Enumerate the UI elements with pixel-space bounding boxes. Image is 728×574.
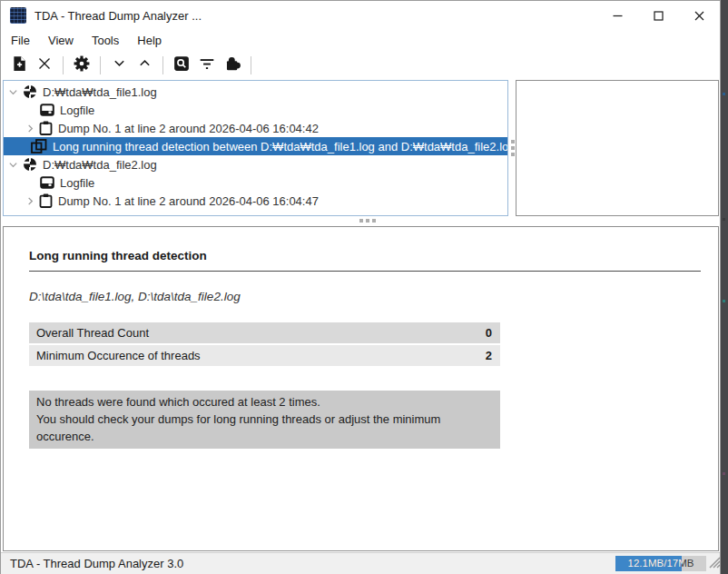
result-heading: Long running thread detection bbox=[29, 249, 718, 262]
toolbar-separator bbox=[100, 56, 101, 74]
stat-label: Minimum Occurence of threads bbox=[29, 349, 201, 362]
title-bar: TDA - Thread Dump Analyzer ... bbox=[1, 1, 720, 30]
dump-icon bbox=[39, 193, 53, 208]
tree-item-dump-1[interactable]: Dump No. 1 at line 2 around 2026-04-06 1… bbox=[4, 119, 507, 137]
tree-item-logfile-2[interactable]: Logfile bbox=[4, 173, 507, 192]
tree-item-label: D:₩tda₩tda_file2.log bbox=[43, 158, 157, 172]
dump-icon bbox=[39, 121, 53, 135]
toolbar bbox=[1, 51, 720, 79]
tda-window: TDA - Thread Dump Analyzer ... File View… bbox=[0, 0, 721, 574]
tree-expander-down-icon[interactable] bbox=[6, 87, 19, 97]
tree-item-file1-root[interactable]: D:₩tda₩tda_file1.log bbox=[4, 83, 507, 101]
memory-indicator[interactable]: 12.1MB/17MB 12.1MB/17MB bbox=[615, 556, 706, 571]
background-window-strip bbox=[721, 0, 728, 574]
custom-categories-button[interactable] bbox=[221, 54, 243, 76]
message-line-1: No threads were found which occured at l… bbox=[36, 393, 500, 411]
status-bar: TDA - Thread Dump Analyzer 3.0 12.1MB/17… bbox=[1, 552, 720, 574]
stat-value: 2 bbox=[486, 349, 500, 362]
tree-item-logfile-1[interactable]: Logfile bbox=[4, 101, 507, 119]
tree-item-dump-2[interactable]: Dump No. 1 at line 2 around 2026-04-06 1… bbox=[4, 192, 507, 210]
table-row: Overall Thread Count 0 bbox=[29, 322, 500, 343]
new-file-icon bbox=[11, 55, 27, 75]
memory-label-overlay: 12.1MB/17MB bbox=[615, 556, 682, 571]
tree-item-label: Dump No. 1 at line 2 around 2026-04-06 1… bbox=[58, 194, 319, 208]
no-threads-message: No threads were found which occured at l… bbox=[29, 391, 500, 449]
tree-item-file2-root[interactable]: D:₩tda₩tda_file2.log bbox=[4, 155, 507, 173]
logfile-icon bbox=[40, 175, 54, 190]
tree-item-label: Logfile bbox=[60, 176, 94, 190]
stat-value: 0 bbox=[486, 326, 500, 340]
dump-root-icon bbox=[23, 84, 37, 99]
tree-item-label: Logfile bbox=[60, 104, 94, 117]
tree-item-label: D:₩tda₩tda_file1.log bbox=[43, 85, 157, 99]
logfile-icon bbox=[40, 103, 54, 117]
resize-grip-icon[interactable] bbox=[707, 555, 721, 572]
stats-table: Overall Thread Count 0 Minimum Occurence… bbox=[29, 322, 500, 366]
tree-item-label: Long running thread detection between D:… bbox=[53, 140, 508, 153]
chevron-down-icon bbox=[113, 56, 126, 74]
tree-expander-right-icon[interactable] bbox=[24, 196, 36, 206]
preferences-button[interactable] bbox=[71, 54, 93, 76]
filter-button[interactable] bbox=[196, 54, 218, 76]
open-logfile-button[interactable] bbox=[8, 54, 30, 76]
gear-icon bbox=[74, 55, 90, 75]
table-row: Minimum Occurence of threads 2 bbox=[29, 345, 500, 366]
dump-root-icon bbox=[23, 157, 37, 172]
collapse-all-button[interactable] bbox=[133, 54, 155, 76]
diff-icon bbox=[31, 139, 47, 153]
tree-expander-down-icon[interactable] bbox=[6, 160, 19, 170]
heading-rule bbox=[29, 271, 701, 272]
toolbar-separator bbox=[63, 56, 64, 74]
minimize-button[interactable] bbox=[597, 1, 638, 30]
compared-files: D:\tda\tda_file1.log, D:\tda\tda_file2.l… bbox=[29, 290, 718, 303]
menu-tools[interactable]: Tools bbox=[83, 32, 128, 49]
window-title: TDA - Thread Dump Analyzer ... bbox=[34, 9, 202, 23]
result-panel: Long running thread detection D:\tda\tda… bbox=[3, 226, 719, 551]
close-logfile-button[interactable] bbox=[34, 54, 55, 76]
close-x-icon bbox=[37, 56, 52, 74]
toolbar-separator bbox=[251, 56, 251, 74]
dump-tree: D:₩tda₩tda_file1.log Logfile Dump No. 1 … bbox=[3, 80, 508, 216]
puzzle-icon bbox=[224, 54, 241, 75]
stat-label: Overall Thread Count bbox=[29, 326, 149, 340]
search-icon bbox=[173, 55, 190, 75]
filter-icon bbox=[199, 55, 215, 75]
tree-expander-right-icon[interactable] bbox=[24, 124, 36, 134]
menu-help[interactable]: Help bbox=[128, 32, 171, 49]
message-line-2: You should check your dumps for long run… bbox=[36, 411, 500, 445]
find-button[interactable] bbox=[171, 54, 192, 76]
tree-item-long-running-detection[interactable]: Long running thread detection between D:… bbox=[4, 137, 507, 155]
maximize-button[interactable] bbox=[638, 1, 679, 30]
expand-all-button[interactable] bbox=[108, 54, 130, 76]
status-text: TDA - Thread Dump Analyzer 3.0 bbox=[10, 557, 183, 570]
toolbar-separator bbox=[162, 56, 163, 74]
horizontal-splitter-handle[interactable] bbox=[358, 219, 377, 223]
menu-file[interactable]: File bbox=[2, 32, 39, 49]
menu-view[interactable]: View bbox=[39, 32, 83, 49]
menu-bar: File View Tools Help bbox=[1, 30, 720, 51]
chevron-up-icon bbox=[138, 56, 152, 74]
tree-item-label: Dump No. 1 at line 2 around 2026-04-06 1… bbox=[58, 122, 319, 135]
app-icon bbox=[10, 7, 26, 24]
detail-panel bbox=[516, 80, 719, 216]
close-button[interactable] bbox=[679, 1, 720, 30]
